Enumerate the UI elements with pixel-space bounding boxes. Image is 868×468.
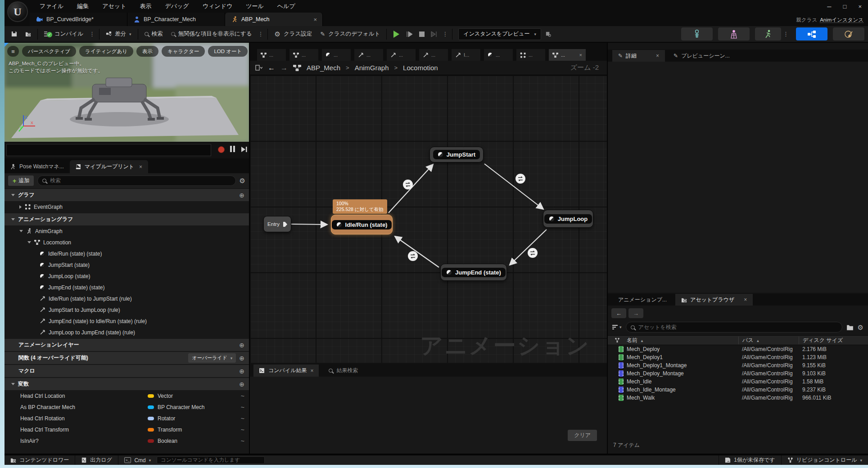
graph-tab-4[interactable]: ... [387,49,416,61]
tree-section[interactable]: マクロ⊕ [5,365,249,377]
viewport-pill-3[interactable]: キャラクター [162,46,205,57]
preview-viewport[interactable]: Z X Y ≡ パースペクティブライティングあり表示キャラクターLOD オート … [5,43,249,142]
physics-mode-button[interactable] [833,27,864,40]
column-name[interactable]: 名前▲ [627,337,738,344]
tab-animation-preview[interactable]: アニメーションプ... [612,294,673,306]
add-icon[interactable]: ⊕ [239,192,244,199]
step-forward-button[interactable] [240,146,248,153]
transition-rule-icon[interactable] [408,251,418,261]
tab-compile-results[interactable]: コンパイル結果× [253,364,319,377]
mesh-mode-button[interactable] [718,27,750,40]
tree-item[interactable]: Idle/Run (state) to JumpStart (rule) [5,293,249,304]
asset-row[interactable]: Mech_Idle/All/Game/ControlRig1.58 MiB [608,378,868,386]
tab-details[interactable]: ✎ 詳細 × [612,50,665,62]
add-icon[interactable]: ⊕ [239,342,244,349]
revision-control-button[interactable]: リビジョンコントロール▾ [782,455,868,465]
tab-asset-browser[interactable]: アセットブラウザ × [675,294,753,306]
asset-row[interactable]: Mech_Deploy1_Montage/All/Game/ControlRig… [608,361,868,369]
play-options-button[interactable]: ⋮ [440,31,450,37]
play-button[interactable] [389,27,403,41]
menu-item-5[interactable]: ウィンドウ [203,2,233,10]
column-size[interactable]: ディスク サイズ [799,337,868,344]
output-log-button[interactable]: 出力ログ [75,455,118,465]
debug-filter-button[interactable] [541,27,555,41]
parent-class-link[interactable]: Animインスタンス [820,17,863,23]
preview-instance-select[interactable]: インスタンスをプレビュー▾ [458,28,541,40]
asset-row[interactable]: Mech_Walk/All/Game/ControlRig966.011 KiB [608,394,868,402]
close-icon[interactable]: × [656,53,659,59]
close-icon[interactable]: × [579,52,582,58]
graph-tab-2[interactable]: ... [322,49,351,61]
tree-item[interactable]: JumpLoop (state) [5,270,249,282]
menu-item-2[interactable]: アセット [102,2,126,10]
tree-section[interactable]: 変数⊕ [5,378,249,390]
menu-item-0[interactable]: ファイル [40,2,63,10]
close-icon[interactable]: × [744,297,747,303]
add-icon[interactable]: ⊕ [239,368,244,375]
tree-section[interactable]: グラフ⊕ [5,189,249,201]
tree-section[interactable]: 関数 (4 オーバーライド可能)オーバーライド▾⊕ [5,352,249,364]
tab-pose-watch[interactable]: Pose Watchマネ... [5,160,70,173]
tree-item[interactable]: JumpStart (state) [5,259,249,270]
state-machine-canvas[interactable]: Entry 100% 225.528 に対して有効 Idle/Run (stat… [250,75,607,363]
browse-asset-button[interactable] [21,27,35,41]
state-node-jumpstart[interactable]: JumpStart [429,147,484,162]
bookmark-icon[interactable] [255,65,262,71]
maximize-button[interactable]: □ [843,3,847,10]
find-button[interactable]: 検索 [140,27,167,41]
asset-row[interactable]: Mech_Deploy1/All/Game/ControlRig1.123 Mi… [608,353,868,361]
variable-row[interactable]: IsInAir?Boolean~ [5,435,249,446]
clear-button[interactable]: クリア [568,430,597,441]
settings-gear-icon[interactable]: ⚙ [240,177,245,184]
breadcrumb-locomotion[interactable]: Locomotion [403,64,438,72]
viewport-pill-1[interactable]: ライティングあり [79,46,133,57]
tree-item[interactable]: Locomotion [5,237,249,248]
skip-to-end-button[interactable] [428,27,440,41]
variable-visibility-icon[interactable]: ~ [241,426,244,433]
close-icon[interactable]: × [313,16,317,23]
entry-node[interactable]: Entry [263,216,291,232]
override-dropdown[interactable]: オーバーライド▾ [188,353,236,363]
my-blueprint-search-input[interactable]: 検索 [37,176,235,186]
tab-preview-scene[interactable]: ✎ プレビューシーン... [668,50,736,62]
hide-unrelated-button[interactable]: 無関係な項目を非表示にする [167,27,256,41]
compile-search-input[interactable]: 結果検索 [329,364,358,377]
pause-button[interactable] [230,146,235,152]
variable-row[interactable]: Head Ctrl TransformTransform~ [5,424,249,435]
animation-mode-button[interactable] [755,27,781,40]
compile-options-button[interactable]: ⋮ [87,31,97,37]
variable-visibility-icon[interactable]: ~ [241,392,244,400]
back-button[interactable]: ← [268,64,275,72]
doc-tab-bp_curvedbridge-[interactable]: BP_CurvedBridge* [30,13,127,26]
settings-gear-icon[interactable]: ⚙ [858,324,863,331]
add-icon[interactable]: ⊕ [239,355,244,362]
viewport-pill-2[interactable]: 表示 [136,46,158,57]
asset-search-input[interactable]: アセットを検索 [626,322,842,333]
breadcrumb-root[interactable]: ABP_Mech [307,64,340,72]
add-button[interactable]: +追加 [8,176,34,186]
variable-row[interactable]: Head Ctrl RotationRotator~ [5,413,249,424]
diff-button[interactable]: 差分▾ [102,27,136,41]
tree-item[interactable]: EventGraph [5,201,249,212]
graph-tab-1[interactable]: ... [289,49,318,61]
variable-row[interactable]: Head Ctrl LocationVector~ [5,390,249,401]
asset-row[interactable]: Mech_Deploy_Montage/All/Game/ControlRig9… [608,369,868,378]
graph-tab-5[interactable]: ... [419,49,448,61]
state-node-idle-run[interactable]: Idle/Run (state) [331,215,393,234]
tree-item[interactable]: JumpStart to JumpLoop (rule) [5,304,249,315]
doc-tab-abp_mech[interactable]: ABP_Mech× [225,13,323,26]
graph-tab-0[interactable]: ... [257,49,286,61]
class-defaults-button[interactable]: ✎ クラスのデフォルト [316,27,384,41]
unsaved-status-button[interactable]: 1個が未保存です [719,455,781,465]
viewport-pill-0[interactable]: パースペクティブ [22,46,76,57]
tree-item[interactable]: JumpLoop to JumpEnd (state) (rule) [5,327,249,338]
frame-skip-button[interactable] [403,27,416,41]
asset-row[interactable]: Mech_Deploy/All/Game/ControlRig2.176 MiB [608,345,868,353]
column-path[interactable]: パス▲ [738,337,799,344]
forward-button[interactable]: → [280,64,288,72]
save-button[interactable] [7,27,21,41]
close-icon[interactable]: × [139,164,142,170]
class-settings-button[interactable]: ⚙ クラス設定 [270,27,316,41]
graph-tab-3[interactable]: ... [354,49,383,61]
blueprint-mode-button[interactable] [796,27,827,40]
